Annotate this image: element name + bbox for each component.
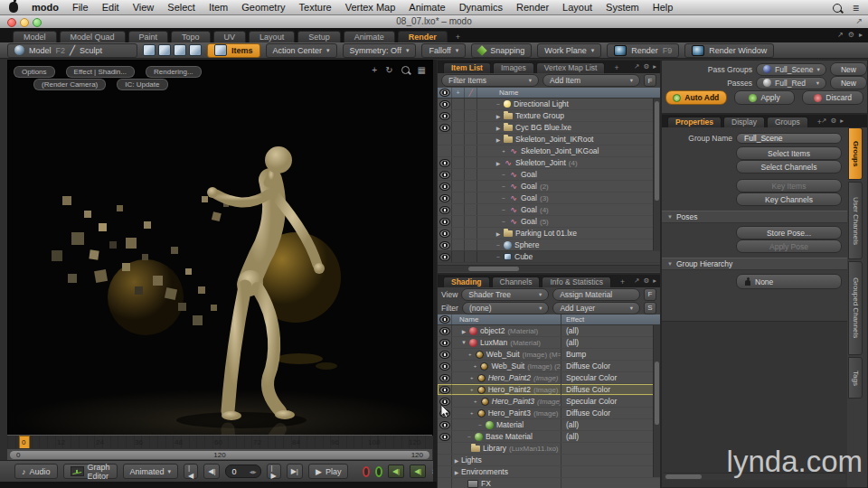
menu-file[interactable]: File [72,2,89,13]
symmetry-dropdown[interactable]: Symmetry: Off ▾ [343,43,417,58]
viewport-camera-button[interactable]: (Render Camera) [33,79,106,90]
layer-effect[interactable]: (all) [561,337,660,348]
render-column-icon[interactable]: ╱ [465,88,477,98]
layer-effect[interactable]: Diffuse Color [561,361,660,371]
visibility-column-icon[interactable] [439,315,450,324]
name-column-header[interactable]: Name [459,315,478,324]
side-tab-user-channels[interactable]: User Channels [848,182,863,259]
expand-icon[interactable]: ↗ [634,62,639,70]
audio-button[interactable]: ♪ Audio [14,464,58,479]
menu-app-name[interactable]: modo [32,2,59,13]
visibility-eye-icon[interactable] [439,421,450,429]
expand-icon[interactable]: ↗ [837,31,844,39]
shader-row[interactable]: ▶ Lights [438,455,660,466]
jump-to-end-button[interactable]: ▶| [287,464,303,479]
item-row[interactable]: ▶ ∿ Skeleton_Joint (4) [438,157,660,169]
layer-effect[interactable]: Specular Color [561,396,660,407]
frame-range-slider[interactable]: 0 120 120 [10,451,429,459]
apply-button[interactable]: Apply [734,90,796,105]
item-row[interactable]: ▶ Cyc BG Blue.lxe [438,122,660,134]
pass-groups-dropdown[interactable]: Full_Scene ▾ [756,63,826,76]
menu-edit[interactable]: Edit [102,2,119,13]
item-row[interactable]: – Cube [438,251,660,263]
hierarchy-none-button[interactable]: None [736,274,842,289]
shader-tree-view-dropdown[interactable]: Shader Tree ▾ [461,288,549,301]
falloff-dropdown[interactable]: Falloff ▾ [421,43,466,58]
gear-icon[interactable]: ⚙ [644,277,650,285]
menu-render[interactable]: Render [516,2,549,13]
menu-system[interactable]: System [606,2,639,13]
panel-arrow-icon[interactable]: ▸ [840,117,844,125]
new-pass-button[interactable]: New [830,76,867,89]
visibility-eye-icon[interactable] [439,351,450,359]
visibility-eye-icon[interactable] [439,362,450,371]
panel-arrow-icon[interactable]: ▸ [859,31,863,39]
visibility-eye-icon[interactable] [439,327,450,335]
menu-list-icon[interactable]: ≡ [853,4,859,13]
layer-effect[interactable]: (all) [561,431,660,442]
tab-channels[interactable]: Channels [492,277,541,287]
timeline-ruler[interactable]: 0 12 24 36 48 60 72 84 96 108 120 [7,435,432,449]
side-tab-groups[interactable]: Groups [848,127,863,180]
shader-tree-vscrollbar[interactable] [653,325,660,477]
graph-editor-button[interactable]: Graph Editor [63,464,118,479]
filter-items-dropdown[interactable]: Filter Items ▾ [441,74,539,87]
viewport-options-button[interactable]: Options [14,66,55,78]
materials-mode-icon[interactable] [189,44,202,56]
shader-row[interactable]: ▼ LuxMan (Material) (all) [438,337,660,349]
side-tab-grouped-channels[interactable]: Grouped Channels [848,261,863,355]
items-mode-button[interactable]: Items [207,43,260,58]
tab-shading[interactable]: Shading [443,277,490,287]
apply-pose-button[interactable]: Apply Pose [736,239,842,253]
key-items-button[interactable]: Key Items [736,179,842,192]
zoom-icon[interactable] [401,66,410,74]
visibility-eye-icon[interactable] [439,230,450,238]
select-items-button[interactable]: Select Items [736,146,842,160]
tab-model[interactable]: Model [13,31,57,42]
item-row[interactable]: – ∿ Goal (2) [438,181,660,192]
shader-row[interactable]: + Web_Suit (Image) (M=Her... Bump [438,349,660,361]
tab-vertex-map-list[interactable]: Vertex Map List [536,62,606,73]
work-plane-dropdown[interactable]: Work Plane ▾ [537,43,601,58]
item-row[interactable]: – ∿ Goal (3) [438,192,660,204]
sculpt-mode-label[interactable]: Sculpt [80,46,102,55]
key-mode-icon[interactable] [375,466,382,477]
shader-row-selected[interactable]: + Hero_Paint2 (Image) (2) Diffuse Color [438,384,660,396]
visibility-eye-icon[interactable] [439,100,450,108]
new-pass-group-button[interactable]: New [830,62,867,76]
item-row[interactable]: ▶ Parking Lot 01.lxe [438,228,660,239]
discard-button[interactable]: Discard [802,90,863,105]
item-list-vscrollbar[interactable] [653,99,660,250]
store-pose-button[interactable]: Store Pose... [736,226,842,239]
tab-paint[interactable]: Paint [128,31,169,42]
item-row[interactable]: – ∿ Goal (4) [438,204,660,216]
visibility-eye-icon[interactable] [439,374,450,382]
shading-filter-dropdown[interactable]: (none) ▾ [462,302,550,314]
visibility-eye-icon[interactable] [439,339,450,347]
menu-geometry[interactable]: Geometry [241,2,285,13]
locator-column-icon[interactable]: + [452,88,465,98]
layer-effect[interactable]: Specular Color [561,372,660,383]
visibility-eye-icon[interactable] [439,218,450,226]
viewport-effect-shading-button[interactable]: Effect | Shadin... [66,66,135,78]
add-layer-dropdown[interactable]: Add Layer ▾ [552,302,640,314]
menu-help[interactable]: Help [653,2,674,13]
item-row[interactable]: – ∿ Goal (5) [438,216,660,228]
shader-row[interactable]: – Base Material (all) [438,431,660,443]
menu-animate[interactable]: Animate [409,2,445,13]
visibility-eye-icon[interactable] [439,194,450,202]
gear-icon[interactable]: ⚙ [644,62,650,70]
play-button[interactable]: ▶ Play [308,464,348,479]
shader-row[interactable]: + Hero_Paint2 (Image) (3) Specular Color [438,372,660,384]
add-tab-button[interactable]: + [613,277,632,287]
menu-vertex-map[interactable]: Vertex Map [345,2,396,13]
collapse-arrow-icon[interactable]: ▼ [459,340,468,345]
key-channels-button[interactable]: Key Channels [736,192,842,206]
menu-select[interactable]: Select [167,2,195,13]
layer-effect[interactable]: Bump [561,349,660,360]
poses-section-header[interactable]: ▼ Poses [662,211,847,223]
tab-groups[interactable]: Groups [767,117,808,127]
edges-mode-icon[interactable] [158,44,171,56]
snapping-button[interactable]: Snapping [471,43,532,58]
visibility-eye-icon[interactable] [439,159,450,167]
